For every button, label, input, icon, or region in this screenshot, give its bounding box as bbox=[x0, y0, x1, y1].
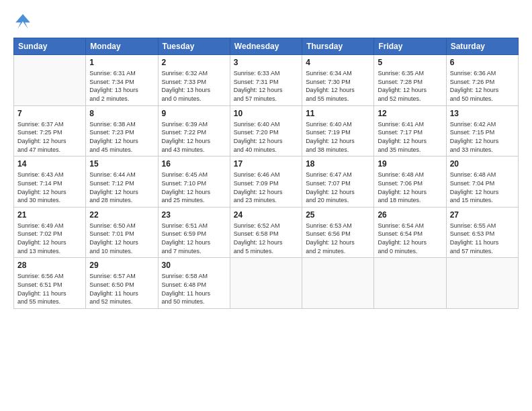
day-info: Sunrise: 6:35 AM Sunset: 7:28 PM Dayligh… bbox=[378, 69, 442, 103]
day-number: 3 bbox=[234, 57, 298, 68]
weekday-header-saturday: Saturday bbox=[446, 38, 518, 55]
day-info: Sunrise: 6:49 AM Sunset: 7:02 PM Dayligh… bbox=[17, 222, 82, 255]
day-info: Sunrise: 6:42 AM Sunset: 7:15 PM Dayligh… bbox=[450, 120, 515, 154]
day-number: 16 bbox=[162, 158, 226, 169]
day-number: 17 bbox=[234, 158, 298, 169]
day-number: 6 bbox=[450, 57, 515, 68]
day-info: Sunrise: 6:56 AM Sunset: 6:51 PM Dayligh… bbox=[17, 272, 82, 306]
weekday-row: SundayMondayTuesdayWednesdayThursdayFrid… bbox=[14, 38, 519, 55]
day-info: Sunrise: 6:34 AM Sunset: 7:30 PM Dayligh… bbox=[306, 69, 370, 103]
day-number: 12 bbox=[378, 108, 442, 119]
day-number: 23 bbox=[162, 210, 226, 220]
day-info: Sunrise: 6:43 AM Sunset: 7:14 PM Dayligh… bbox=[17, 171, 82, 204]
calendar-cell: 20Sunrise: 6:48 AM Sunset: 7:04 PM Dayli… bbox=[446, 156, 518, 208]
calendar-cell: 3Sunrise: 6:33 AM Sunset: 7:31 PM Daylig… bbox=[230, 55, 302, 106]
calendar-cell: 1Sunrise: 6:31 AM Sunset: 7:34 PM Daylig… bbox=[86, 55, 158, 106]
calendar-header: SundayMondayTuesdayWednesdayThursdayFrid… bbox=[14, 38, 519, 55]
day-info: Sunrise: 6:53 AM Sunset: 6:56 PM Dayligh… bbox=[306, 222, 370, 255]
day-number: 26 bbox=[378, 210, 442, 220]
logo-icon bbox=[13, 12, 32, 31]
day-info: Sunrise: 6:46 AM Sunset: 7:09 PM Dayligh… bbox=[234, 171, 298, 204]
day-number: 20 bbox=[450, 158, 515, 169]
day-number: 19 bbox=[378, 158, 442, 169]
calendar-cell: 19Sunrise: 6:48 AM Sunset: 7:06 PM Dayli… bbox=[374, 156, 446, 208]
calendar-cell: 7Sunrise: 6:37 AM Sunset: 7:25 PM Daylig… bbox=[14, 105, 86, 156]
day-number: 15 bbox=[89, 158, 154, 169]
day-info: Sunrise: 6:51 AM Sunset: 6:59 PM Dayligh… bbox=[162, 222, 226, 255]
calendar-cell: 5Sunrise: 6:35 AM Sunset: 7:28 PM Daylig… bbox=[374, 55, 446, 106]
day-info: Sunrise: 6:31 AM Sunset: 7:34 PM Dayligh… bbox=[89, 69, 154, 103]
calendar-table: SundayMondayTuesdayWednesdayThursdayFrid… bbox=[13, 38, 519, 309]
calendar-cell: 4Sunrise: 6:34 AM Sunset: 7:30 PM Daylig… bbox=[302, 55, 374, 106]
day-info: Sunrise: 6:36 AM Sunset: 7:26 PM Dayligh… bbox=[450, 69, 515, 103]
svg-marker-0 bbox=[15, 14, 30, 29]
day-info: Sunrise: 6:38 AM Sunset: 7:23 PM Dayligh… bbox=[89, 120, 154, 154]
day-number: 18 bbox=[306, 158, 370, 169]
day-info: Sunrise: 6:32 AM Sunset: 7:33 PM Dayligh… bbox=[162, 69, 226, 103]
calendar-cell bbox=[230, 258, 302, 309]
day-number: 28 bbox=[17, 260, 82, 271]
calendar-cell: 24Sunrise: 6:52 AM Sunset: 6:58 PM Dayli… bbox=[230, 207, 302, 258]
weekday-header-wednesday: Wednesday bbox=[230, 38, 302, 55]
calendar-week-2: 7Sunrise: 6:37 AM Sunset: 7:25 PM Daylig… bbox=[14, 105, 519, 156]
calendar-cell: 15Sunrise: 6:44 AM Sunset: 7:12 PM Dayli… bbox=[86, 156, 158, 208]
day-info: Sunrise: 6:40 AM Sunset: 7:20 PM Dayligh… bbox=[234, 120, 298, 154]
calendar-cell: 18Sunrise: 6:47 AM Sunset: 7:07 PM Dayli… bbox=[302, 156, 374, 208]
day-number: 29 bbox=[89, 260, 154, 271]
weekday-header-sunday: Sunday bbox=[14, 38, 86, 55]
calendar-cell: 29Sunrise: 6:57 AM Sunset: 6:50 PM Dayli… bbox=[86, 258, 158, 309]
calendar-body: 1Sunrise: 6:31 AM Sunset: 7:34 PM Daylig… bbox=[14, 55, 519, 309]
day-number: 8 bbox=[89, 108, 154, 119]
day-number: 25 bbox=[306, 210, 370, 220]
calendar-cell: 28Sunrise: 6:56 AM Sunset: 6:51 PM Dayli… bbox=[14, 258, 86, 309]
calendar-cell bbox=[14, 55, 86, 106]
day-info: Sunrise: 6:54 AM Sunset: 6:54 PM Dayligh… bbox=[378, 222, 442, 255]
calendar-cell: 23Sunrise: 6:51 AM Sunset: 6:59 PM Dayli… bbox=[158, 207, 230, 258]
calendar-cell: 26Sunrise: 6:54 AM Sunset: 6:54 PM Dayli… bbox=[374, 207, 446, 258]
day-info: Sunrise: 6:33 AM Sunset: 7:31 PM Dayligh… bbox=[234, 69, 298, 103]
calendar-cell: 13Sunrise: 6:42 AM Sunset: 7:15 PM Dayli… bbox=[446, 105, 518, 156]
day-info: Sunrise: 6:57 AM Sunset: 6:50 PM Dayligh… bbox=[89, 272, 154, 306]
logo bbox=[13, 12, 35, 31]
day-info: Sunrise: 6:58 AM Sunset: 6:48 PM Dayligh… bbox=[162, 272, 226, 306]
calendar-cell: 30Sunrise: 6:58 AM Sunset: 6:48 PM Dayli… bbox=[158, 258, 230, 309]
day-info: Sunrise: 6:55 AM Sunset: 6:53 PM Dayligh… bbox=[450, 222, 515, 255]
calendar-week-5: 28Sunrise: 6:56 AM Sunset: 6:51 PM Dayli… bbox=[14, 258, 519, 309]
day-info: Sunrise: 6:48 AM Sunset: 7:06 PM Dayligh… bbox=[378, 171, 442, 204]
calendar-cell: 8Sunrise: 6:38 AM Sunset: 7:23 PM Daylig… bbox=[86, 105, 158, 156]
weekday-header-thursday: Thursday bbox=[302, 38, 374, 55]
weekday-header-friday: Friday bbox=[374, 38, 446, 55]
calendar-cell: 25Sunrise: 6:53 AM Sunset: 6:56 PM Dayli… bbox=[302, 207, 374, 258]
day-info: Sunrise: 6:40 AM Sunset: 7:19 PM Dayligh… bbox=[306, 120, 370, 154]
day-info: Sunrise: 6:41 AM Sunset: 7:17 PM Dayligh… bbox=[378, 120, 442, 154]
day-number: 13 bbox=[450, 108, 515, 119]
day-number: 1 bbox=[89, 57, 154, 68]
calendar-week-3: 14Sunrise: 6:43 AM Sunset: 7:14 PM Dayli… bbox=[14, 156, 519, 208]
page: SundayMondayTuesdayWednesdayThursdayFrid… bbox=[0, 0, 532, 411]
weekday-header-monday: Monday bbox=[86, 38, 158, 55]
day-number: 11 bbox=[306, 108, 370, 119]
day-info: Sunrise: 6:47 AM Sunset: 7:07 PM Dayligh… bbox=[306, 171, 370, 204]
day-info: Sunrise: 6:50 AM Sunset: 7:01 PM Dayligh… bbox=[89, 222, 154, 255]
calendar-cell: 11Sunrise: 6:40 AM Sunset: 7:19 PM Dayli… bbox=[302, 105, 374, 156]
day-number: 22 bbox=[89, 210, 154, 220]
calendar-cell: 2Sunrise: 6:32 AM Sunset: 7:33 PM Daylig… bbox=[158, 55, 230, 106]
weekday-header-tuesday: Tuesday bbox=[158, 38, 230, 55]
day-info: Sunrise: 6:48 AM Sunset: 7:04 PM Dayligh… bbox=[450, 171, 515, 204]
calendar-cell: 17Sunrise: 6:46 AM Sunset: 7:09 PM Dayli… bbox=[230, 156, 302, 208]
day-number: 5 bbox=[378, 57, 442, 68]
day-number: 2 bbox=[162, 57, 226, 68]
calendar-cell bbox=[302, 258, 374, 309]
calendar-cell bbox=[374, 258, 446, 309]
day-info: Sunrise: 6:52 AM Sunset: 6:58 PM Dayligh… bbox=[234, 222, 298, 255]
calendar-cell: 12Sunrise: 6:41 AM Sunset: 7:17 PM Dayli… bbox=[374, 105, 446, 156]
day-number: 10 bbox=[234, 108, 298, 119]
calendar-week-4: 21Sunrise: 6:49 AM Sunset: 7:02 PM Dayli… bbox=[14, 207, 519, 258]
calendar-cell: 16Sunrise: 6:45 AM Sunset: 7:10 PM Dayli… bbox=[158, 156, 230, 208]
day-number: 7 bbox=[17, 108, 82, 119]
day-number: 30 bbox=[162, 260, 226, 271]
day-info: Sunrise: 6:37 AM Sunset: 7:25 PM Dayligh… bbox=[17, 120, 82, 154]
day-info: Sunrise: 6:45 AM Sunset: 7:10 PM Dayligh… bbox=[162, 171, 226, 204]
calendar-cell: 9Sunrise: 6:39 AM Sunset: 7:22 PM Daylig… bbox=[158, 105, 230, 156]
day-number: 9 bbox=[162, 108, 226, 119]
